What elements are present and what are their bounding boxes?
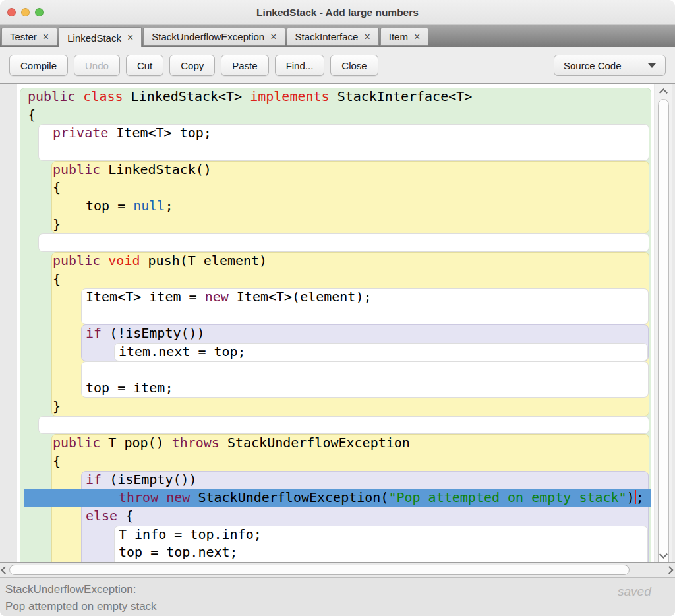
code-token: ; [165,198,173,214]
view-selector-dropdown[interactable]: Source Code [554,55,666,76]
code-token: if [86,325,109,341]
code-token: { [53,453,61,469]
code-token: else [86,508,125,524]
tab-item[interactable]: Item× [380,28,429,46]
tab-close-icon[interactable]: × [270,32,276,42]
code-token: (isEmpty()) [109,472,196,487]
minimize-window-icon[interactable] [21,8,30,16]
code-line[interactable]: } [53,398,61,416]
tab-close-icon[interactable]: × [127,32,133,43]
code-token: } [53,216,61,232]
horizontal-scrollbar[interactable] [0,562,675,578]
code-line[interactable]: { [53,179,61,197]
vertical-scrollbar[interactable] [655,84,672,562]
code-line[interactable]: item.next = top; [119,343,246,361]
code-token: new [205,289,237,305]
code-line[interactable]: else { [86,507,133,526]
tab-label: Item [389,31,408,42]
code-token: StackUnderflowException [227,435,410,450]
scroll-up-icon[interactable] [659,88,668,97]
tab-bar: Tester×LinkedStack×StackUnderflowExcepti… [0,25,675,47]
code-line[interactable]: { [53,270,61,289]
tab-label: StackInterface [295,31,359,42]
code-token: { [28,107,36,123]
save-state-label: saved [618,584,651,599]
code-line[interactable]: private Item<T> top; [53,124,212,142]
titlebar: LinkedStack - Add large numbers [0,0,675,25]
find-button[interactable]: Find... [275,55,325,76]
tab-close-icon[interactable]: × [414,32,420,42]
code-token: } [53,398,61,414]
tab-close-icon[interactable]: × [43,32,49,42]
toolbar: CompileUndoCutCopyPasteFind...Close Sour… [0,47,675,84]
code-token: StackUnderflowException( [198,489,388,505]
code-editor[interactable]: public class LinkedStack<T> implements S… [0,84,675,562]
close-button[interactable]: Close [330,55,378,76]
code-token: public [53,162,108,177]
paste-button[interactable]: Paste [221,55,268,76]
cut-button[interactable]: Cut [126,55,163,76]
tab-close-icon[interactable]: × [364,32,370,42]
code-token: null [133,198,165,214]
code-token: ; [636,489,644,505]
code-line[interactable]: top = item; [86,379,173,398]
window-controls [7,8,44,16]
scope-highlight [38,416,649,435]
code-line[interactable]: { [53,452,61,471]
tab-label: StackUnderflowException [152,31,264,42]
code-token: { [53,271,61,287]
copy-button[interactable]: Copy [169,55,215,76]
code-token: top = [86,198,133,214]
compile-button[interactable]: Compile [9,55,68,76]
scope-highlight [38,233,649,252]
tab-tester[interactable]: Tester× [1,28,57,46]
status-divider [601,581,601,612]
code-line[interactable]: public class LinkedStack<T> implements S… [28,88,472,106]
close-window-icon[interactable] [7,8,16,16]
code-token: Item<T> top; [116,125,212,140]
bluej-editor-window: LinkedStack - Add large numbers Tester×L… [0,0,675,616]
code-line[interactable]: top = top.next; [119,543,238,562]
code-token: implements [250,88,337,104]
code-token: void [108,253,148,268]
code-line[interactable]: throw new StackUnderflowException("Pop a… [119,489,644,507]
code-line[interactable]: Item<T> item = new Item<T>(element); [86,288,372,307]
code-token: "Pop attempted on empty stack" [388,489,626,505]
view-selector-value: Source Code [564,60,622,71]
code-token: public [28,88,83,104]
code-line[interactable]: if (isEmpty()) [86,471,197,489]
undo-button[interactable]: Undo [74,55,120,76]
tab-stackunderflowexception[interactable]: StackUnderflowException× [143,28,285,46]
tab-label: Tester [10,31,37,42]
code-line[interactable]: public T pop() throws StackUnderflowExce… [53,434,410,452]
code-token: { [53,179,61,195]
code-token: new [166,489,198,505]
scroll-left-icon[interactable] [1,566,9,574]
code-token: LinkedStack<T> [131,88,250,104]
code-token: (!isEmpty()) [109,325,205,341]
code-token: class [83,88,131,104]
code-token: ) [627,489,635,505]
code-token: Item<T>(element); [237,289,372,305]
code-token: T pop() [108,435,171,450]
code-line[interactable]: T info = top.info; [119,526,262,544]
code-line[interactable]: public LinkedStack() [53,161,212,179]
tab-label: LinkedStack [67,32,121,44]
code-line[interactable]: { [28,106,36,125]
horizontal-scrollbar-thumb[interactable] [9,565,630,575]
tab-linkedstack[interactable]: LinkedStack× [59,27,142,47]
zoom-window-icon[interactable] [35,8,44,16]
breakpoint-gutter[interactable] [0,84,16,562]
code-line[interactable]: } [53,216,61,234]
code-line[interactable]: public void push(T element) [53,252,267,270]
code-line[interactable]: top = null; [86,197,173,216]
window-title: LinkedStack - Add large numbers [0,0,675,25]
code-token: top = item; [86,380,173,396]
code-token: throw [119,489,166,505]
tab-stackinterface[interactable]: StackInterface× [287,28,379,46]
status-bar: StackUnderflowException: Pop attempted o… [0,578,675,616]
code-line[interactable]: if (!isEmpty()) [86,324,205,343]
scroll-right-icon[interactable] [665,566,674,574]
vertical-scrollbar-thumb[interactable] [658,99,669,562]
status-message: StackUnderflowException: Pop attempted o… [5,581,157,615]
